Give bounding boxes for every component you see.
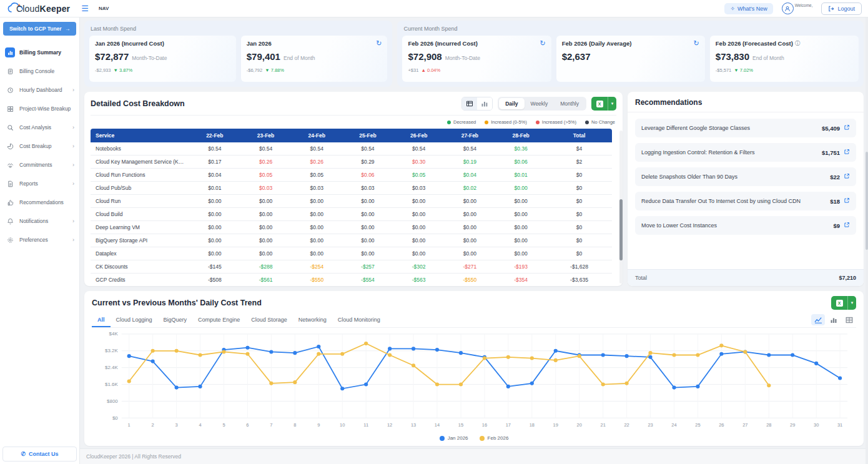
external-link-icon[interactable]: [844, 173, 850, 180]
cost-cell: -$254: [291, 260, 342, 274]
table-view-button[interactable]: [462, 97, 477, 110]
svg-text:8: 8: [293, 422, 296, 428]
cost-cell: -$554: [342, 274, 393, 283]
sidebar-item-reports[interactable]: Reports›: [0, 174, 79, 193]
breakdown-table-wrap: Service22-Feb23-Feb24-Feb25-Feb26-Feb27-…: [91, 129, 616, 282]
external-link-icon[interactable]: [844, 149, 850, 156]
sidebar-item-billing-summary[interactable]: Billing Summary: [0, 43, 79, 62]
logout-button[interactable]: Logout: [821, 2, 862, 15]
svg-text:25: 25: [695, 422, 700, 428]
user-menu[interactable]: Welcome,: [782, 2, 813, 14]
service-name-cell: Cloud Pub/Sub: [91, 182, 189, 195]
table-row: Deep Learning VM$0.00$0.00$0.00$0.00$0.0…: [91, 221, 612, 234]
cost-cell: -$288: [240, 260, 292, 274]
sidebar-item-commitments[interactable]: Commitments›: [0, 155, 79, 174]
sidebar-item-recommendations[interactable]: Recommendations: [0, 193, 79, 212]
line-chart-button[interactable]: [811, 314, 825, 325]
period-tab-weekly[interactable]: Weekly: [525, 98, 555, 109]
svg-text:24: 24: [671, 422, 676, 428]
billing-console-icon: [5, 66, 15, 76]
avatar[interactable]: [782, 2, 794, 14]
external-link-icon[interactable]: [844, 124, 850, 132]
spend-card-title: Feb 2026 (Forecasted Cost): [716, 40, 793, 47]
spend-card-amount-row: $72,877Month-To-Date: [95, 51, 230, 62]
period-tab-monthly[interactable]: Monthly: [554, 98, 585, 109]
sidebar-item-cost-analysis[interactable]: Cost Analysis›: [0, 118, 79, 137]
chart-legend-item[interactable]: Jan 2026: [440, 435, 468, 441]
refresh-icon[interactable]: ↻: [376, 40, 382, 46]
hamburger-menu-icon[interactable]: ☰: [81, 4, 89, 13]
svg-text:12: 12: [387, 422, 392, 428]
svg-text:10: 10: [340, 422, 345, 428]
chevron-right-icon: ›: [72, 162, 74, 168]
cost-cell: $0: [546, 247, 612, 260]
export-caret-button[interactable]: ▾: [608, 97, 616, 111]
chart-view-button[interactable]: [477, 97, 492, 110]
legend-dot: [447, 121, 451, 124]
sidebar-item-project-wise-breakup[interactable]: Project-Wise Breakup: [0, 99, 79, 118]
recommendation-item[interactable]: Logging Ingestion Control: Retention & F…: [635, 143, 856, 162]
trend-tabs: AllCloud LoggingBigQueryCompute EngineCl…: [92, 313, 856, 328]
recommendation-item[interactable]: Delete Snapshots Older Than 90 Days$22: [635, 167, 856, 186]
contact-us-button[interactable]: ✆ Contact Us: [2, 447, 77, 462]
cost-cell: $0.00: [495, 247, 546, 260]
refresh-icon[interactable]: ↻: [694, 40, 699, 46]
svg-text:11: 11: [363, 422, 368, 428]
export-excel-button[interactable]: X: [591, 97, 608, 111]
switch-to-gcp-tuner-button[interactable]: Switch to GCP Tuner→: [3, 22, 76, 36]
recommendation-item[interactable]: Leverage Different Google Storage Classe…: [635, 119, 856, 137]
trend-export-split-button[interactable]: X ▾: [831, 296, 856, 310]
page-scrollbar-thumb[interactable]: [866, 152, 868, 250]
trend-tab-cloud-monitoring[interactable]: Cloud Monitoring: [332, 313, 386, 327]
chevron-right-icon: ›: [72, 143, 74, 149]
trend-tab-networking[interactable]: Networking: [293, 313, 332, 327]
trend-tab-cloud-logging[interactable]: Cloud Logging: [111, 313, 158, 327]
chart-legend-item[interactable]: Feb 2026: [480, 435, 509, 441]
spend-card-amount-row: $72,908Month-To-Date: [408, 51, 545, 62]
table-scrollbar[interactable]: [619, 131, 623, 284]
sidebar-item-preferences[interactable]: Preferences›: [0, 230, 79, 249]
cost-cell: -$145: [189, 260, 240, 274]
legend-dot: [585, 121, 589, 124]
sidebar-item-notifications[interactable]: Notifications›: [0, 212, 79, 230]
cost-cell: $0.00: [393, 247, 445, 260]
cost-cell: $0.00: [240, 234, 292, 247]
trend-tab-all[interactable]: All: [92, 313, 111, 327]
cost-cell: -$302: [393, 260, 445, 274]
whats-new-button[interactable]: ✧ What's New: [724, 3, 772, 14]
export-excel-split-button[interactable]: X ▾: [591, 97, 616, 111]
table-scrollbar-thumb[interactable]: [619, 199, 623, 260]
external-link-icon[interactable]: [844, 197, 850, 205]
trend-tab-bigquery[interactable]: BigQuery: [158, 313, 193, 327]
cost-cell: $0.00: [342, 208, 393, 221]
sidebar-item-cost-breakup[interactable]: Cost Breakup›: [0, 137, 79, 155]
trend-export-caret-button[interactable]: ▾: [847, 296, 856, 310]
spend-amount-suffix: End of Month: [752, 55, 784, 61]
trend-export-excel-button[interactable]: X: [831, 296, 847, 310]
chart-type-buttons: [811, 314, 856, 327]
svg-text:$2.4K: $2.4K: [105, 365, 118, 370]
bar-chart-button[interactable]: [827, 314, 841, 325]
sidebar-item-billing-console[interactable]: Billing Console: [0, 62, 79, 81]
sidebar-nav: Billing SummaryBilling ConsoleHourly Das…: [0, 38, 79, 444]
refresh-icon[interactable]: ↻: [540, 40, 545, 46]
cost-cell: -$550: [291, 274, 342, 283]
period-tab-daily[interactable]: Daily: [499, 98, 524, 109]
cost-cell: $0.05: [393, 169, 445, 182]
cost-cell: $2: [546, 155, 612, 169]
table-view-button[interactable]: [842, 314, 856, 325]
info-icon[interactable]: ⓘ: [795, 40, 800, 47]
recommendation-item[interactable]: Reduce Data Transfer Out To Internet Cos…: [635, 192, 856, 210]
daily-cost-trend-panel: Current vs Previous Months' Daily Cost T…: [84, 291, 864, 446]
external-link-icon[interactable]: [844, 222, 850, 229]
cost-cell: $0.00: [393, 221, 445, 234]
cost-cell: $0.54: [189, 142, 240, 155]
table-row: GCP Credits-$508-$561-$550-$554-$563-$55…: [91, 274, 612, 283]
page-scrollbar[interactable]: [866, 17, 868, 464]
recommendation-item[interactable]: Move to Lower Cost Instances$9: [635, 216, 856, 235]
svg-text:19: 19: [553, 422, 558, 428]
trend-chart: $0$800$1.6K$2.4K$3.2K$4K1234567891011121…: [92, 328, 856, 434]
sidebar-item-hourly-dashboard[interactable]: Hourly Dashboard›: [0, 81, 79, 99]
trend-tab-cloud-storage[interactable]: Cloud Storage: [245, 313, 293, 327]
trend-tab-compute-engine[interactable]: Compute Engine: [192, 313, 245, 327]
